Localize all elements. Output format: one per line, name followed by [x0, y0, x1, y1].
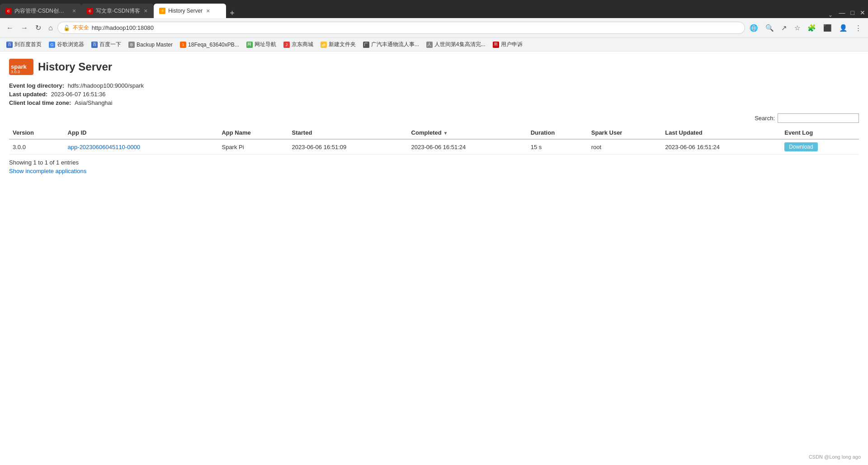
tab-label-1: 内容管理-CSDN创作中心 — [14, 7, 69, 15]
maximize-button[interactable]: □ — [848, 7, 857, 18]
close-tab-1[interactable]: × — [72, 7, 76, 14]
last-updated-value: 2023-06-07 16:51:36 — [51, 91, 106, 98]
tab-overflow-button[interactable]: ⌄ — [825, 12, 836, 18]
bookmark-jd[interactable]: J 京东商城 — [281, 40, 316, 49]
search-input[interactable] — [778, 113, 859, 123]
bookmark-label-google: 谷歌浏览器 — [57, 41, 84, 48]
timezone-row: Client local time zone: Asia/Shanghai — [9, 99, 859, 106]
col-event-log[interactable]: Event Log — [781, 127, 859, 139]
tab-history-server[interactable]: ⚡ History Server × — [154, 4, 226, 18]
svg-text:3.0.0: 3.0.0 — [11, 70, 20, 74]
bookmark-backup[interactable]: B Backup Master — [126, 41, 175, 49]
share-button[interactable]: ↗ — [778, 22, 790, 34]
table-row: 3.0.0 app-20230606045110-0000 Spark Pi 2… — [9, 139, 859, 155]
extensions-button[interactable]: 🧩 — [805, 22, 819, 34]
bookmark-renshijian[interactable]: 人 人世间第4集高清完... — [424, 40, 488, 49]
cell-version: 3.0.0 — [9, 139, 64, 155]
last-updated-label: Last updated: — [9, 91, 47, 98]
col-duration-label: Duration — [531, 129, 555, 136]
tab-csdn-manage[interactable]: C 内容管理-CSDN创作中心 × — [0, 4, 81, 18]
bookmark-favicon-baidu: 百 — [6, 42, 13, 48]
bookmark-18feqa[interactable]: 1 18Feqa_63640xPB... — [177, 41, 242, 49]
cell-duration: 15 s — [527, 139, 588, 155]
close-tab-3[interactable]: × — [206, 7, 210, 14]
bookmark-baidu-search[interactable]: 百 百度一下 — [89, 40, 124, 49]
app-id-link[interactable]: app-20230606045110-0000 — [68, 144, 141, 150]
cell-app-id: app-20230606045110-0000 — [64, 139, 218, 155]
col-app-id[interactable]: App ID — [64, 127, 218, 139]
tab-favicon-2: C — [87, 8, 93, 14]
tab-bar: C 内容管理-CSDN创作中心 × C 写文章-CSDN博客 × ⚡ Histo… — [0, 0, 868, 18]
search-button[interactable]: 🔍 — [763, 22, 777, 34]
search-label: Search: — [755, 115, 775, 122]
sidebar-button[interactable]: ⬛ — [821, 22, 835, 34]
bookmark-complaint[interactable]: 用 用户申诉 — [490, 40, 525, 49]
bookmarks-bar: 百 到百度首页 G 谷歌浏览器 百 百度一下 B Backup Master 1… — [0, 38, 868, 52]
forward-button[interactable]: → — [18, 22, 31, 34]
toolbar-icons: 🌐 🔍 ↗ ☆ 🧩 ⬛ 👤 ⋮ — [747, 22, 864, 34]
security-label: 不安全 — [73, 24, 89, 32]
col-spark-user-label: Spark User — [591, 129, 623, 136]
spark-header: spark 3.0.0 History Server — [9, 59, 859, 75]
cell-event-log: Download — [781, 139, 859, 155]
bookmark-guangqi[interactable]: 广 广汽丰通物流人事... — [360, 40, 422, 49]
show-incomplete-link[interactable]: Show incomplete applications — [9, 168, 859, 174]
bookmark-label-18feqa: 18Feqa_63640xPB... — [188, 42, 239, 48]
table-footer: Showing 1 to 1 of 1 entries Show incompl… — [9, 159, 859, 174]
page-content: spark 3.0.0 History Server Event log dir… — [0, 52, 868, 368]
bookmark-label-folder: 新建文件夹 — [329, 41, 356, 48]
bookmark-favicon-backup: B — [128, 42, 135, 48]
reload-button[interactable]: ↻ — [33, 22, 44, 34]
bookmark-favicon-renshijian: 人 — [426, 42, 433, 48]
col-last-updated-label: Last Updated — [665, 129, 702, 136]
bookmark-button[interactable]: ☆ — [792, 22, 803, 34]
bookmark-baidu[interactable]: 百 到百度首页 — [4, 40, 44, 49]
entries-text: Showing 1 to 1 of 1 entries — [9, 159, 79, 166]
col-completed[interactable]: Completed ▼ — [408, 127, 527, 139]
timezone-label: Client local time zone: — [9, 99, 71, 106]
address-bar[interactable]: 🔓 不安全 http://hadoop100:18080 — [57, 22, 745, 34]
close-tab-2[interactable]: × — [144, 7, 147, 14]
home-button[interactable]: ⌂ — [46, 22, 56, 34]
tab-favicon-3: ⚡ — [159, 8, 165, 14]
sort-arrow-completed: ▼ — [443, 131, 448, 136]
col-event-log-label: Event Log — [784, 129, 813, 136]
download-button[interactable]: Download — [784, 142, 817, 151]
tab-csdn-write[interactable]: C 写文章-CSDN博客 × — [81, 4, 154, 18]
bookmark-favicon-nav: 网 — [246, 42, 253, 48]
last-updated-row: Last updated: 2023-06-07 16:51:36 — [9, 91, 859, 98]
bookmark-favicon-guangqi: 广 — [363, 42, 369, 48]
cell-started: 2023-06-06 16:51:09 — [288, 139, 408, 155]
spark-logo-svg: spark 3.0.0 — [9, 59, 33, 75]
bookmark-label-baidu: 到百度首页 — [14, 41, 42, 48]
col-last-updated[interactable]: Last Updated — [661, 127, 781, 139]
col-started[interactable]: Started — [288, 127, 408, 139]
back-button[interactable]: ← — [4, 22, 16, 34]
new-tab-button[interactable]: + — [226, 9, 238, 18]
col-spark-user[interactable]: Spark User — [588, 127, 662, 139]
profile-button[interactable]: 👤 — [836, 22, 850, 34]
cell-spark-user: root — [588, 139, 662, 155]
url-text: http://hadoop100:18080 — [92, 24, 739, 31]
col-version-label: Version — [13, 129, 34, 136]
bookmark-label-nav: 网址导航 — [255, 41, 276, 48]
col-version[interactable]: Version — [9, 127, 64, 139]
search-row: Search: — [9, 113, 859, 123]
col-started-label: Started — [292, 129, 312, 136]
bookmark-google[interactable]: G 谷歌浏览器 — [46, 40, 87, 49]
bookmark-nav[interactable]: 网 网址导航 — [244, 40, 279, 49]
bookmark-label-renshijian: 人世间第4集高清完... — [434, 41, 486, 48]
minimize-button[interactable]: — — [836, 7, 848, 18]
menu-button[interactable]: ⋮ — [852, 22, 864, 34]
col-app-name[interactable]: App Name — [218, 127, 288, 139]
bookmark-folder[interactable]: 📁 新建文件夹 — [318, 40, 359, 49]
col-app-id-label: App ID — [68, 129, 87, 136]
bookmark-favicon-google: G — [49, 42, 55, 48]
translate-button[interactable]: 🌐 — [747, 22, 761, 34]
bookmark-favicon-baidu-search: 百 — [91, 42, 98, 48]
close-window-button[interactable]: ✕ — [857, 7, 868, 18]
event-log-value: hdfs://hadoop100:9000/spark — [68, 82, 144, 89]
security-icon: 🔓 — [63, 25, 70, 31]
col-duration[interactable]: Duration — [527, 127, 588, 139]
browser-chrome: C 内容管理-CSDN创作中心 × C 写文章-CSDN博客 × ⚡ Histo… — [0, 0, 868, 52]
